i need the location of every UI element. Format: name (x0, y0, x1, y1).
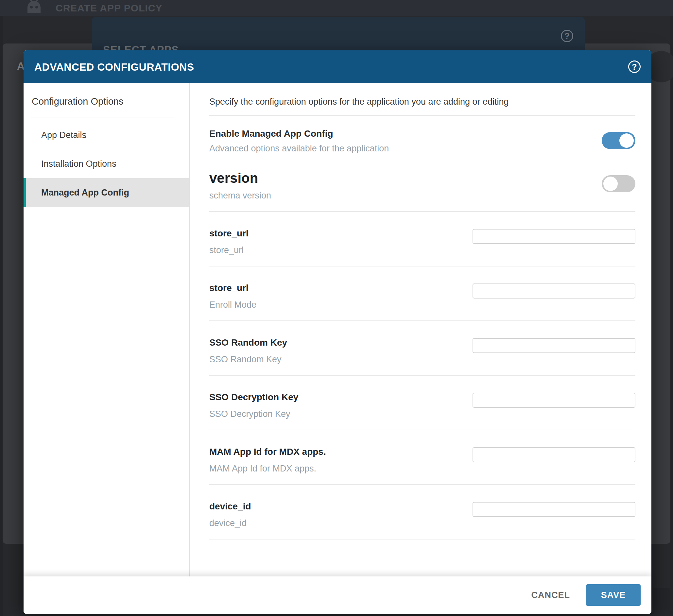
sidebar-heading: Configuration Options (32, 96, 189, 107)
underlying-button-sliver (653, 588, 670, 610)
field-description: device_id (209, 518, 452, 529)
cancel-button[interactable]: CANCEL (531, 590, 570, 600)
select-apps-help-icon[interactable]: ? (561, 30, 573, 42)
advanced-configurations-modal: ADVANCED CONFIGURATIONS ? Configuration … (24, 50, 651, 614)
modal-title: ADVANCED CONFIGURATIONS (34, 50, 194, 83)
field-description: Enroll Mode (209, 299, 452, 310)
sso-random-key-input[interactable] (473, 338, 635, 353)
field-row-device-id: device_id device_id (209, 485, 635, 540)
field-label: store_url (209, 228, 452, 239)
field-label: SSO Decryption Key (209, 391, 452, 403)
configuration-content: Specify the configuration options for th… (190, 83, 651, 576)
save-button[interactable]: SAVE (586, 584, 641, 606)
sso-decryption-key-input[interactable] (473, 393, 635, 408)
field-row-store-url-enroll: store_url Enroll Mode (209, 267, 635, 321)
sidebar-divider (31, 117, 174, 117)
toggle-row-version: version schema version (209, 171, 635, 201)
content-intro: Specify the configuration options for th… (209, 96, 635, 116)
store-url-enroll-mode-input[interactable] (473, 284, 635, 299)
device-id-input[interactable] (473, 502, 635, 517)
toggle-description: Advanced options available for the appli… (209, 143, 590, 154)
field-label: device_id (209, 501, 452, 512)
toggle-knob (619, 133, 634, 148)
right-edge-strip (670, 16, 673, 616)
field-label: store_url (209, 282, 452, 294)
field-row-store-url: store_url store_url (209, 212, 635, 267)
field-row-mam-app-id: MAM App Id for MDX apps. MAM App Id for … (209, 430, 635, 485)
field-description: SSO Random Key (209, 354, 452, 365)
field-row-sso-random-key: SSO Random Key SSO Random Key (209, 321, 635, 376)
field-description: MAM App Id for MDX apps. (209, 463, 452, 474)
toggle-label: version (209, 171, 590, 186)
field-label: MAM App Id for MDX apps. (209, 446, 452, 458)
toggle-knob (603, 177, 618, 191)
mam-app-id-input[interactable] (473, 447, 635, 462)
field-label: SSO Random Key (209, 337, 452, 348)
page-title: CREATE APP POLICY (56, 0, 163, 16)
app-policy-robot-icon (25, 0, 43, 16)
toggle-description: schema version (209, 190, 590, 201)
version-toggle[interactable] (602, 175, 635, 192)
field-description: store_url (209, 245, 452, 256)
field-description: SSO Decryption Key (209, 408, 452, 419)
top-app-bar: CREATE APP POLICY (0, 0, 673, 16)
toggle-row-enable-managed-app-config: Enable Managed App Config Advanced optio… (209, 128, 635, 154)
field-row-sso-decryption-key: SSO Decryption Key SSO Decryption Key (209, 376, 635, 430)
toggle-label: Enable Managed App Config (209, 128, 590, 139)
left-edge-strip (0, 16, 3, 616)
enable-managed-app-config-toggle[interactable] (602, 132, 635, 149)
store-url-input[interactable] (473, 229, 635, 244)
sidebar-item-installation-options[interactable]: Installation Options (24, 149, 189, 178)
modal-help-icon[interactable]: ? (628, 60, 641, 73)
modal-header: ADVANCED CONFIGURATIONS ? (24, 50, 651, 83)
sidebar-item-managed-app-config[interactable]: Managed App Config (24, 178, 189, 207)
sidebar-item-app-details[interactable]: App Details (24, 121, 189, 149)
modal-footer: CANCEL SAVE (24, 576, 651, 614)
modal-body: Configuration Options App Details Instal… (24, 83, 651, 576)
configuration-sidebar: Configuration Options App Details Instal… (24, 83, 190, 576)
